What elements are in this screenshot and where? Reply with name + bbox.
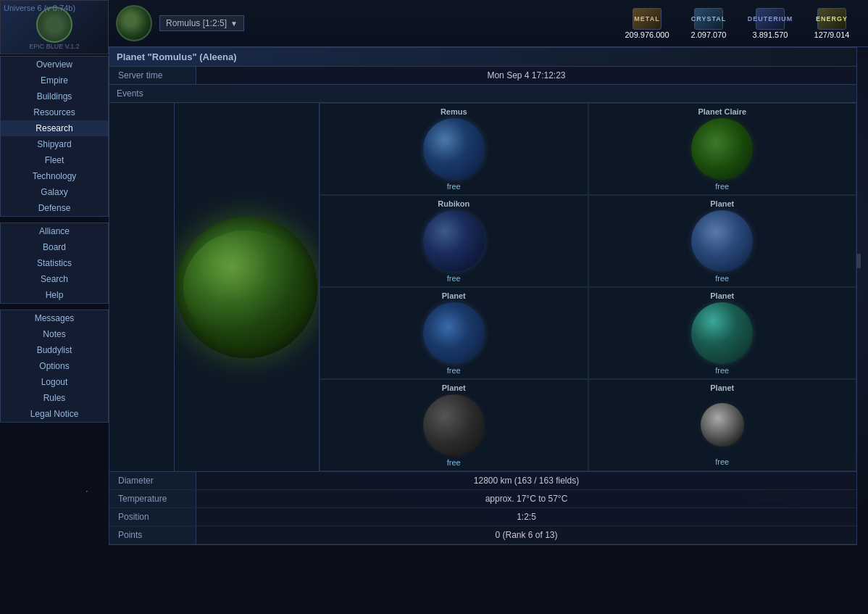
sidebar-item-empire[interactable]: Empire [1, 72, 108, 88]
header-planet-icon [116, 5, 152, 41]
planet-selector[interactable]: Romulus [1:2:5] ▼ [159, 15, 244, 31]
stat-position-value: 1:2:5 [196, 508, 856, 526]
planet-selector-label: Romulus [1:2:5] [166, 18, 227, 28]
resource-deuterium: Deuterium 3.891.570 [741, 8, 799, 39]
planet-cell-2: Planet free [320, 287, 588, 379]
sidebar-item-research[interactable]: Research [1, 120, 108, 136]
sidebar-item-legal-notice[interactable]: Legal Notice [1, 406, 108, 422]
universe-version: Universe 6 (v 0.74b) [4, 4, 75, 12]
sidebar-item-search[interactable]: Search [1, 271, 108, 287]
sidebar-item-board[interactable]: Board [1, 239, 108, 255]
sidebar-item-notes[interactable]: Notes [1, 326, 108, 342]
sidebar-item-technology[interactable]: Technology [1, 168, 108, 184]
server-time-row: Server time Mon Sep 4 17:12:23 [109, 67, 856, 85]
server-time-label: Server time [109, 67, 196, 84]
stat-points-row: Points 0 (Rank 6 of 13) [109, 526, 856, 544]
energy-value: 127/9.014 [814, 30, 850, 39]
planet-cell-claire: Planet Claire free [588, 103, 857, 195]
planet-cell-3: Planet free [588, 287, 857, 379]
crystal-icon: Crystal [694, 8, 723, 30]
stat-diameter-value: 12800 km (163 / 163 fields) [196, 472, 856, 489]
left-panel-area [109, 103, 175, 471]
stat-diameter-row: Diameter 12800 km (163 / 163 fields) [109, 472, 856, 490]
planet-2-thumbnail[interactable] [423, 302, 485, 364]
planet-cell-remus: Remus free [320, 103, 588, 195]
planet-claire-name: Planet Claire [698, 107, 746, 116]
sidebar-item-statistics[interactable]: Statistics [1, 255, 108, 271]
sidebar-item-help[interactable]: Help [1, 287, 108, 303]
metal-value: 209.976.000 [625, 30, 669, 39]
planet-claire-status: free [715, 182, 729, 191]
planet-cell-4: Planet free [320, 379, 588, 471]
panel-title: Planet "Romulus" (Aleena) [109, 48, 856, 67]
planet-2-name: Planet [442, 291, 466, 300]
sidebar-item-buddylist[interactable]: Buddylist [1, 342, 108, 358]
content-panel: Planet "Romulus" (Aleena) Server time Mo… [109, 47, 857, 545]
sidebar-item-buildings[interactable]: Buildings [1, 88, 108, 104]
sidebar-item-resources[interactable]: Resources [1, 104, 108, 120]
stat-points-value: 0 (Rank 6 of 13) [196, 526, 856, 544]
planet-cell-5: Planet free [588, 379, 857, 471]
resources-bar: Metal 209.976.000 Crystal 2.097.070 Deut… [618, 8, 861, 39]
planet-5-thumbnail[interactable] [701, 403, 744, 447]
sidebar-item-overview[interactable]: Overview [1, 57, 108, 72]
sidebar-divider-2 [0, 305, 109, 308]
sidebar-item-defense[interactable]: Defense [1, 200, 108, 216]
stat-points-label: Points [109, 526, 196, 544]
stat-temperature-row: Temperature approx. 17°C to 57°C [109, 490, 856, 508]
energy-icon: Energy [817, 8, 846, 30]
crystal-value: 2.097.070 [691, 30, 727, 39]
dropdown-icon[interactable]: ▼ [230, 20, 238, 28]
server-time-value: Mon Sep 4 17:12:23 [196, 67, 856, 84]
resource-energy: Energy 127/9.014 [803, 8, 861, 39]
planet-4-thumbnail[interactable] [423, 394, 485, 456]
sidebar-item-messages[interactable]: Messages [1, 310, 108, 326]
sidebar-divider-1 [0, 218, 109, 221]
planet-4-status: free [447, 458, 461, 467]
planet-5-status: free [715, 457, 729, 466]
planet-3-status: free [715, 366, 729, 375]
planet-remus-thumbnail[interactable] [423, 118, 485, 180]
planet-2-status: free [447, 366, 461, 375]
main-content: Planet "Romulus" (Aleena) Server time Mo… [109, 47, 857, 607]
stat-temperature-value: approx. 17°C to 57°C [196, 490, 856, 507]
planet-rubikon-thumbnail[interactable] [423, 210, 485, 272]
deuterium-value: 3.891.570 [753, 30, 788, 39]
sidebar-item-shipyard[interactable]: Shipyard [1, 136, 108, 152]
sidebar: EPIC BLUE V.1.2 Overview Empire Building… [0, 0, 109, 614]
planet-remus-status: free [447, 182, 461, 191]
planet-grid-container: Remus free Planet Claire free Rubikon fr… [109, 103, 856, 472]
stat-diameter-label: Diameter [109, 472, 196, 489]
planet-3-thumbnail[interactable] [691, 302, 753, 364]
planet-5-name: Planet [710, 383, 734, 392]
sidebar-item-rules[interactable]: Rules [1, 390, 108, 406]
stat-position-label: Position [109, 508, 196, 526]
planet-4-name: Planet [442, 383, 466, 392]
sidebar-item-galaxy[interactable]: Galaxy [1, 184, 108, 200]
planet-claire-thumbnail[interactable] [691, 118, 753, 180]
planet-1-status: free [715, 274, 729, 283]
sidebar-item-alliance[interactable]: Alliance [1, 223, 108, 239]
stat-temperature-label: Temperature [109, 490, 196, 507]
planet-3-name: Planet [710, 291, 734, 300]
sidebar-item-fleet[interactable]: Fleet [1, 152, 108, 168]
deuterium-icon: Deuterium [756, 8, 785, 30]
sidebar-item-options[interactable]: Options [1, 358, 108, 374]
resource-metal: Metal 209.976.000 [618, 8, 676, 39]
center-planet-area [175, 103, 320, 471]
planet-cell-1: Planet free [588, 195, 857, 287]
player-nav-section: Messages Notes Buddylist Options Logout … [0, 310, 109, 423]
header: Romulus [1:2:5] ▼ Metal 209.976.000 Crys… [109, 0, 868, 47]
resource-crystal: Crystal 2.097.070 [680, 8, 738, 39]
planet-1-name: Planet [710, 199, 734, 208]
logo-version: EPIC BLUE V.1.2 [29, 43, 80, 50]
main-nav-section: Overview Empire Buildings Resources Rese… [0, 56, 109, 217]
planet-remus-name: Remus [441, 107, 467, 116]
planet-rubikon-name: Rubikon [438, 199, 470, 208]
social-nav-section: Alliance Board Statistics Search Help [0, 223, 109, 304]
main-planet-image[interactable] [176, 217, 317, 358]
planet-1-thumbnail[interactable] [691, 210, 753, 272]
planet-rubikon-status: free [447, 274, 461, 283]
sidebar-item-logout[interactable]: Logout [1, 374, 108, 390]
right-planets-area: Remus free Planet Claire free Rubikon fr… [320, 103, 856, 471]
